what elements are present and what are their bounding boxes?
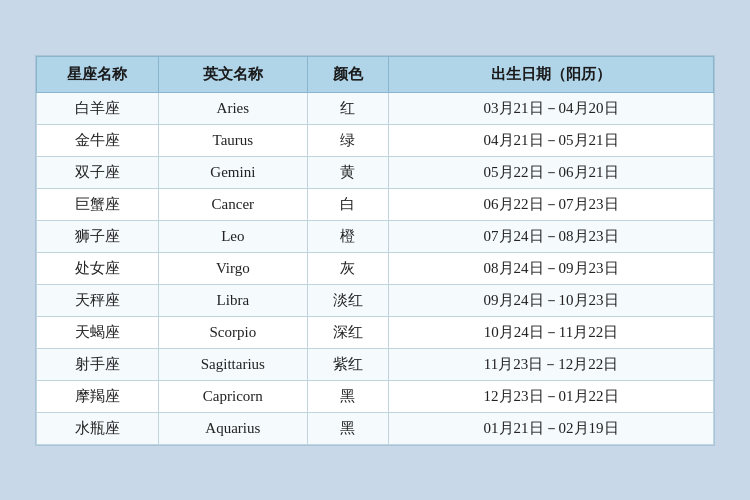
header-en: 英文名称 bbox=[158, 56, 307, 92]
table-row: 水瓶座Aquarius黑01月21日－02月19日 bbox=[37, 412, 714, 444]
header-color: 颜色 bbox=[307, 56, 388, 92]
cell-zodiac-name: 天蝎座 bbox=[37, 316, 159, 348]
cell-zodiac-name: 射手座 bbox=[37, 348, 159, 380]
table-header-row: 星座名称 英文名称 颜色 出生日期（阳历） bbox=[37, 56, 714, 92]
cell-zodiac-date: 05月22日－06月21日 bbox=[389, 156, 714, 188]
cell-zodiac-en: Sagittarius bbox=[158, 348, 307, 380]
table-row: 天秤座Libra淡红09月24日－10月23日 bbox=[37, 284, 714, 316]
cell-zodiac-date: 03月21日－04月20日 bbox=[389, 92, 714, 124]
table-row: 摩羯座Capricorn黑12月23日－01月22日 bbox=[37, 380, 714, 412]
cell-zodiac-en: Libra bbox=[158, 284, 307, 316]
cell-zodiac-date: 12月23日－01月22日 bbox=[389, 380, 714, 412]
cell-zodiac-color: 淡红 bbox=[307, 284, 388, 316]
cell-zodiac-date: 09月24日－10月23日 bbox=[389, 284, 714, 316]
table-row: 巨蟹座Cancer白06月22日－07月23日 bbox=[37, 188, 714, 220]
cell-zodiac-date: 10月24日－11月22日 bbox=[389, 316, 714, 348]
cell-zodiac-date: 01月21日－02月19日 bbox=[389, 412, 714, 444]
table-row: 射手座Sagittarius紫红11月23日－12月22日 bbox=[37, 348, 714, 380]
cell-zodiac-color: 黄 bbox=[307, 156, 388, 188]
cell-zodiac-en: Scorpio bbox=[158, 316, 307, 348]
cell-zodiac-color: 绿 bbox=[307, 124, 388, 156]
cell-zodiac-date: 04月21日－05月21日 bbox=[389, 124, 714, 156]
table-row: 白羊座Aries红03月21日－04月20日 bbox=[37, 92, 714, 124]
cell-zodiac-color: 灰 bbox=[307, 252, 388, 284]
cell-zodiac-date: 06月22日－07月23日 bbox=[389, 188, 714, 220]
cell-zodiac-name: 天秤座 bbox=[37, 284, 159, 316]
cell-zodiac-color: 紫红 bbox=[307, 348, 388, 380]
cell-zodiac-date: 08月24日－09月23日 bbox=[389, 252, 714, 284]
cell-zodiac-en: Virgo bbox=[158, 252, 307, 284]
cell-zodiac-en: Cancer bbox=[158, 188, 307, 220]
header-date: 出生日期（阳历） bbox=[389, 56, 714, 92]
cell-zodiac-name: 巨蟹座 bbox=[37, 188, 159, 220]
zodiac-table: 星座名称 英文名称 颜色 出生日期（阳历） 白羊座Aries红03月21日－04… bbox=[36, 56, 714, 445]
cell-zodiac-color: 深红 bbox=[307, 316, 388, 348]
zodiac-table-container: 星座名称 英文名称 颜色 出生日期（阳历） 白羊座Aries红03月21日－04… bbox=[35, 55, 715, 446]
cell-zodiac-en: Taurus bbox=[158, 124, 307, 156]
cell-zodiac-color: 黑 bbox=[307, 380, 388, 412]
table-row: 处女座Virgo灰08月24日－09月23日 bbox=[37, 252, 714, 284]
cell-zodiac-name: 白羊座 bbox=[37, 92, 159, 124]
cell-zodiac-name: 摩羯座 bbox=[37, 380, 159, 412]
table-row: 双子座Gemini黄05月22日－06月21日 bbox=[37, 156, 714, 188]
cell-zodiac-name: 双子座 bbox=[37, 156, 159, 188]
cell-zodiac-name: 狮子座 bbox=[37, 220, 159, 252]
cell-zodiac-color: 白 bbox=[307, 188, 388, 220]
cell-zodiac-name: 水瓶座 bbox=[37, 412, 159, 444]
table-row: 金牛座Taurus绿04月21日－05月21日 bbox=[37, 124, 714, 156]
table-row: 天蝎座Scorpio深红10月24日－11月22日 bbox=[37, 316, 714, 348]
cell-zodiac-color: 橙 bbox=[307, 220, 388, 252]
cell-zodiac-color: 红 bbox=[307, 92, 388, 124]
cell-zodiac-name: 金牛座 bbox=[37, 124, 159, 156]
cell-zodiac-en: Gemini bbox=[158, 156, 307, 188]
cell-zodiac-en: Capricorn bbox=[158, 380, 307, 412]
cell-zodiac-date: 07月24日－08月23日 bbox=[389, 220, 714, 252]
cell-zodiac-color: 黑 bbox=[307, 412, 388, 444]
cell-zodiac-date: 11月23日－12月22日 bbox=[389, 348, 714, 380]
table-row: 狮子座Leo橙07月24日－08月23日 bbox=[37, 220, 714, 252]
cell-zodiac-en: Leo bbox=[158, 220, 307, 252]
cell-zodiac-en: Aries bbox=[158, 92, 307, 124]
cell-zodiac-name: 处女座 bbox=[37, 252, 159, 284]
header-name: 星座名称 bbox=[37, 56, 159, 92]
table-body: 白羊座Aries红03月21日－04月20日金牛座Taurus绿04月21日－0… bbox=[37, 92, 714, 444]
cell-zodiac-en: Aquarius bbox=[158, 412, 307, 444]
